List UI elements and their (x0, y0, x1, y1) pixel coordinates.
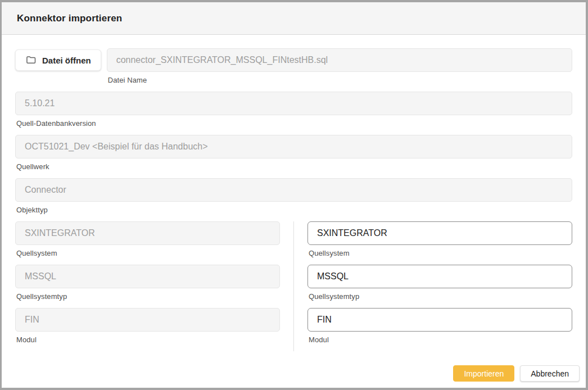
source-plant-label: Quellwerk (16, 162, 572, 171)
source-column: SXINTEGRATOR Quellsystem MSSQL Quellsyst… (15, 221, 280, 351)
file-row: Datei öffnen connector_SXINTEGRATOR_MSSQ… (15, 48, 572, 84)
target-system-label: Quellsystem (309, 249, 572, 257)
file-name-field: connector_SXINTEGRATOR_MSSQL_FINtestHB.s… (107, 48, 572, 72)
source-system-type-field: MSSQL (15, 265, 280, 288)
target-system-input[interactable] (307, 221, 572, 245)
folder-icon (25, 55, 37, 66)
object-type-label: Objekttyp (16, 206, 572, 214)
target-module-label: Modul (309, 335, 572, 344)
source-module-field: FIN (15, 308, 280, 332)
source-db-version-group: 5.10.21 Quell-Datenbankversion (15, 92, 572, 128)
target-module-group: Modul (307, 308, 572, 344)
target-column: Quellsystem Quellsystemtyp Modul (307, 221, 572, 351)
two-column-section: SXINTEGRATOR Quellsystem MSSQL Quellsyst… (15, 221, 572, 351)
cancel-button[interactable]: Abbrechen (520, 365, 580, 382)
target-system-type-group: Quellsystemtyp (307, 265, 572, 301)
open-file-button[interactable]: Datei öffnen (15, 49, 101, 71)
source-db-version-field: 5.10.21 (15, 92, 572, 115)
source-system-type-group: MSSQL Quellsystemtyp (15, 265, 280, 301)
source-system-label: Quellsystem (16, 249, 280, 257)
source-system-field: SXINTEGRATOR (15, 221, 280, 245)
import-button[interactable]: Importieren (453, 365, 514, 382)
target-system-type-input[interactable] (307, 265, 572, 288)
object-type-group: Connector Objekttyp (15, 178, 572, 214)
source-system-type-label: Quellsystemtyp (16, 292, 280, 301)
import-connector-dialog: Konnektor importieren Datei öffnen conne… (0, 0, 588, 390)
dialog-footer: Importieren Abbrechen (2, 365, 586, 388)
file-name-label: Datei Name (108, 76, 572, 84)
source-plant-field: OCT51021_Dev <Beispiel für das Handbuch> (15, 135, 572, 158)
open-file-button-label: Datei öffnen (42, 56, 91, 65)
dialog-body: Datei öffnen connector_SXINTEGRATOR_MSSQ… (2, 35, 586, 365)
dialog-title: Konnektor importieren (17, 13, 122, 24)
file-name-group: connector_SXINTEGRATOR_MSSQL_FINtestHB.s… (107, 48, 572, 84)
object-type-field: Connector (15, 178, 572, 202)
source-module-group: FIN Modul (15, 308, 280, 344)
column-divider (293, 221, 294, 351)
source-system-group: SXINTEGRATOR Quellsystem (15, 221, 280, 257)
source-plant-group: OCT51021_Dev <Beispiel für das Handbuch>… (15, 135, 572, 171)
target-system-group: Quellsystem (307, 221, 572, 257)
dialog-header: Konnektor importieren (2, 2, 586, 35)
source-db-version-label: Quell-Datenbankversion (16, 119, 572, 128)
target-module-input[interactable] (307, 308, 572, 332)
target-system-type-label: Quellsystemtyp (309, 292, 572, 301)
source-module-label: Modul (16, 335, 280, 344)
